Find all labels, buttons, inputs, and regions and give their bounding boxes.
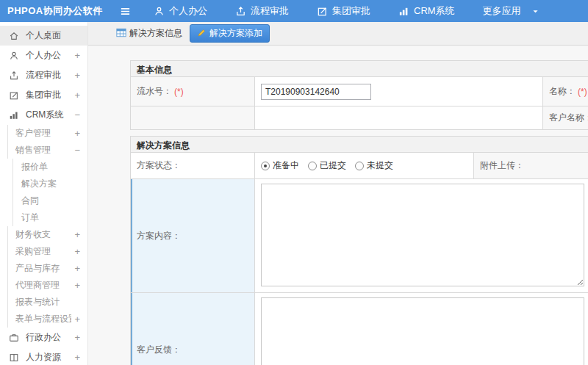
upload-icon (235, 6, 246, 17)
nav-more-apps[interactable]: 更多应用 (483, 4, 539, 18)
sidebar-item-contract[interactable]: 合同 (12, 192, 87, 209)
nav-crm-system[interactable]: CRM系统 (398, 4, 455, 18)
edit-icon (317, 6, 328, 17)
content-cell (254, 179, 588, 292)
nav-label: 个人办公 (169, 4, 207, 18)
sidebar-item-products-inventory[interactable]: 产品与库存 + (7, 260, 87, 277)
status-row: 方案状态： 准备中 已提交 未提交 (131, 152, 588, 178)
sidebar-item-customer-management[interactable]: 客户管理 + (7, 125, 87, 142)
content-textarea[interactable] (261, 184, 584, 286)
status-label: 方案状态： (131, 153, 254, 178)
required-mark: (*) (578, 87, 587, 97)
feedback-cell (254, 293, 588, 365)
required-mark: (*) (174, 87, 184, 97)
nav-group-approval[interactable]: 集团审批 (317, 4, 370, 18)
nav-label: CRM系统 (414, 4, 455, 18)
tab-bar: 解决方案信息 解决方案添加 (88, 22, 588, 46)
radio-unselected-icon (308, 162, 317, 170)
sidebar-item-reports-statistics[interactable]: 报表与统计 (7, 294, 87, 311)
nav-label: 流程审批 (251, 4, 289, 18)
main-content: 解决方案信息 解决方案添加 基本信息 流水号： (*) 名称： (88, 22, 588, 365)
attachment-upload-label: 附件上传： (473, 153, 588, 178)
bar-chart-icon (398, 6, 409, 17)
customer-name-row: 客户名称： (*) (131, 106, 588, 129)
sidebar-item-group-approval[interactable]: 集团审批 + (0, 85, 87, 105)
feedback-label: 客户反馈： (131, 293, 254, 365)
basic-info-panel: 基本信息 流水号： (*) 名称： (*) 客户名称： (130, 60, 588, 130)
radio-not-submitted[interactable]: 未提交 (355, 159, 393, 172)
solution-info-panel: 解决方案信息 方案状态： 准备中 已提交 未提交 (130, 136, 588, 365)
radio-unselected-icon (355, 162, 364, 170)
menu-toggle-button[interactable] (119, 6, 132, 17)
serial-number-row: 流水号： (*) 名称： (*) (131, 76, 588, 106)
nav-workflow-approval[interactable]: 流程审批 (235, 4, 289, 18)
user-icon (154, 6, 165, 17)
content-row: 方案内容： (131, 178, 588, 292)
tab-solution-info-label: 解决方案信息 (129, 27, 182, 40)
home-icon (9, 31, 21, 41)
basic-info-header: 基本信息 (131, 61, 588, 76)
sidebar-item-quotation[interactable]: 报价单 (12, 159, 87, 176)
sidebar-item-sales-management[interactable]: 销售管理 − (7, 142, 87, 159)
sidebar-item-admin-office[interactable]: 行政办公 + (0, 328, 87, 347)
sidebar-item-purchasing[interactable]: 采购管理 + (7, 243, 87, 260)
tab-solution-add-label: 解决方案添加 (209, 27, 262, 40)
sidebar-item-finance[interactable]: 财务收支 + (7, 226, 87, 243)
sidebar-item-agent-management[interactable]: 代理商管理 + (7, 277, 87, 294)
customer-name-label: 客户名称： (*) (542, 106, 588, 129)
tab-solution-info[interactable]: 解决方案信息 (113, 25, 185, 42)
empty-label-cell (131, 106, 254, 129)
sidebar-item-crm-system[interactable]: CRM系统 − (0, 105, 87, 125)
tab-solution-add[interactable]: 解决方案添加 (190, 24, 270, 43)
briefcase-icon (9, 333, 21, 343)
serial-number-label: 流水号： (*) (131, 77, 254, 106)
nav-personal-office[interactable]: 个人办公 (154, 4, 207, 18)
solution-info-header: 解决方案信息 (131, 137, 588, 152)
sidebar-item-personal-desktop[interactable]: 个人桌面 (0, 26, 87, 46)
solution-form: 基本信息 流水号： (*) 名称： (*) 客户名称： (130, 60, 588, 365)
radio-submitted[interactable]: 已提交 (308, 159, 346, 172)
topbar: PHPOA协同办公软件 个人办公 流程审批 集团审批 CRM系统 更多应用 (0, 0, 588, 22)
radio-selected-icon (261, 162, 270, 170)
app-logo: PHPOA协同办公软件 (0, 4, 119, 18)
pencil-icon (197, 28, 207, 40)
sidebar-item-solution[interactable]: 解决方案 (12, 176, 87, 192)
serial-number-input[interactable] (261, 84, 371, 100)
status-radio-group: 准备中 已提交 未提交 (254, 153, 473, 178)
book-icon (9, 353, 21, 363)
serial-number-cell (254, 77, 542, 106)
content-label: 方案内容： (131, 179, 254, 292)
bar-chart-icon (9, 110, 21, 120)
upload-icon (9, 71, 21, 81)
nav-label: 更多应用 (483, 4, 521, 18)
nav-label: 集团审批 (332, 4, 370, 18)
feedback-row: 客户反馈： (131, 292, 588, 365)
table-icon (116, 28, 126, 40)
radio-preparing[interactable]: 准备中 (261, 159, 299, 172)
caret-down-icon (531, 7, 539, 15)
empty-value-cell (254, 106, 542, 129)
sidebar-item-form-workflow-settings[interactable]: 表单与流程设置 + (7, 311, 87, 328)
hamburger-icon (119, 6, 132, 17)
sidebar-item-personal-office[interactable]: 个人办公 + (0, 46, 87, 65)
sidebar-item-human-resources[interactable]: 人力资源 + (0, 347, 87, 365)
sidebar-item-workflow-approval[interactable]: 流程审批 + (0, 65, 87, 85)
user-icon (9, 51, 21, 61)
feedback-textarea[interactable] (261, 297, 584, 365)
edit-icon (9, 90, 21, 101)
sidebar-item-order[interactable]: 订单 (12, 209, 87, 226)
name-label: 名称： (*) (542, 77, 588, 106)
sidebar: 个人桌面 个人办公 + 流程审批 + 集团审批 + CRM系统 − 客户管理 +… (0, 22, 88, 365)
